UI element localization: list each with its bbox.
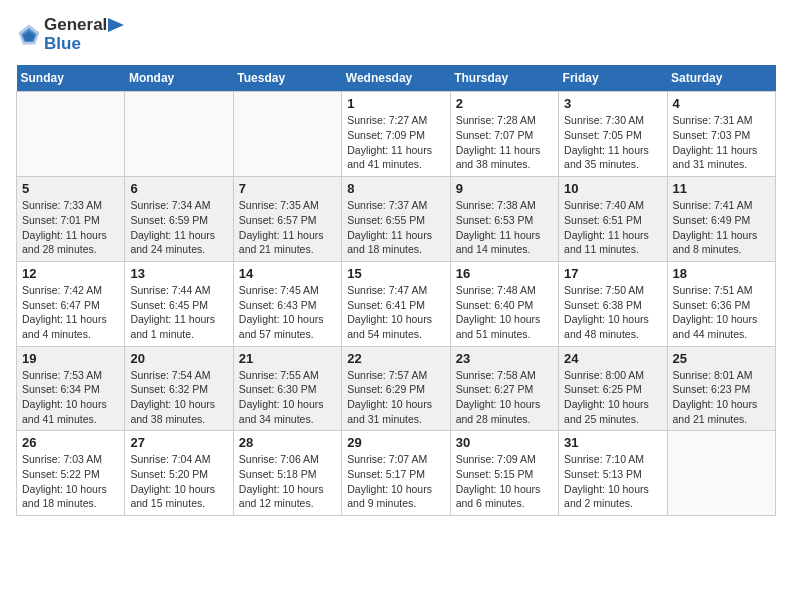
calendar-cell: 12Sunrise: 7:42 AM Sunset: 6:47 PM Dayli… <box>17 261 125 346</box>
day-info: Sunrise: 7:40 AM Sunset: 6:51 PM Dayligh… <box>564 198 661 257</box>
column-header-friday: Friday <box>559 65 667 92</box>
day-info: Sunrise: 7:50 AM Sunset: 6:38 PM Dayligh… <box>564 283 661 342</box>
day-info: Sunrise: 7:09 AM Sunset: 5:15 PM Dayligh… <box>456 452 553 511</box>
calendar-cell: 20Sunrise: 7:54 AM Sunset: 6:32 PM Dayli… <box>125 346 233 431</box>
day-number: 9 <box>456 181 553 196</box>
calendar-header-row: SundayMondayTuesdayWednesdayThursdayFrid… <box>17 65 776 92</box>
day-number: 14 <box>239 266 336 281</box>
calendar-cell: 8Sunrise: 7:37 AM Sunset: 6:55 PM Daylig… <box>342 177 450 262</box>
logo-arrow-icon <box>108 18 124 32</box>
day-info: Sunrise: 7:51 AM Sunset: 6:36 PM Dayligh… <box>673 283 770 342</box>
day-info: Sunrise: 7:06 AM Sunset: 5:18 PM Dayligh… <box>239 452 336 511</box>
day-number: 31 <box>564 435 661 450</box>
day-info: Sunrise: 7:31 AM Sunset: 7:03 PM Dayligh… <box>673 113 770 172</box>
day-info: Sunrise: 7:53 AM Sunset: 6:34 PM Dayligh… <box>22 368 119 427</box>
logo-general: General <box>44 16 107 35</box>
calendar-cell: 24Sunrise: 8:00 AM Sunset: 6:25 PM Dayli… <box>559 346 667 431</box>
day-number: 16 <box>456 266 553 281</box>
calendar-cell: 21Sunrise: 7:55 AM Sunset: 6:30 PM Dayli… <box>233 346 341 431</box>
day-number: 8 <box>347 181 444 196</box>
day-info: Sunrise: 7:38 AM Sunset: 6:53 PM Dayligh… <box>456 198 553 257</box>
day-info: Sunrise: 7:04 AM Sunset: 5:20 PM Dayligh… <box>130 452 227 511</box>
calendar-week-row: 5Sunrise: 7:33 AM Sunset: 7:01 PM Daylig… <box>17 177 776 262</box>
column-header-monday: Monday <box>125 65 233 92</box>
day-number: 15 <box>347 266 444 281</box>
day-info: Sunrise: 7:42 AM Sunset: 6:47 PM Dayligh… <box>22 283 119 342</box>
column-header-thursday: Thursday <box>450 65 558 92</box>
day-info: Sunrise: 7:41 AM Sunset: 6:49 PM Dayligh… <box>673 198 770 257</box>
day-number: 5 <box>22 181 119 196</box>
calendar-cell: 5Sunrise: 7:33 AM Sunset: 7:01 PM Daylig… <box>17 177 125 262</box>
column-header-saturday: Saturday <box>667 65 775 92</box>
calendar-table: SundayMondayTuesdayWednesdayThursdayFrid… <box>16 65 776 516</box>
logo-svg-container: General Blue <box>16 16 124 53</box>
day-info: Sunrise: 8:00 AM Sunset: 6:25 PM Dayligh… <box>564 368 661 427</box>
calendar-cell: 23Sunrise: 7:58 AM Sunset: 6:27 PM Dayli… <box>450 346 558 431</box>
calendar-cell: 3Sunrise: 7:30 AM Sunset: 7:05 PM Daylig… <box>559 92 667 177</box>
calendar-cell: 6Sunrise: 7:34 AM Sunset: 6:59 PM Daylig… <box>125 177 233 262</box>
calendar-cell: 18Sunrise: 7:51 AM Sunset: 6:36 PM Dayli… <box>667 261 775 346</box>
day-number: 7 <box>239 181 336 196</box>
logo-blue: Blue <box>44 35 124 54</box>
day-info: Sunrise: 8:01 AM Sunset: 6:23 PM Dayligh… <box>673 368 770 427</box>
calendar-week-row: 12Sunrise: 7:42 AM Sunset: 6:47 PM Dayli… <box>17 261 776 346</box>
day-number: 28 <box>239 435 336 450</box>
calendar-cell <box>233 92 341 177</box>
day-number: 22 <box>347 351 444 366</box>
day-number: 18 <box>673 266 770 281</box>
column-header-wednesday: Wednesday <box>342 65 450 92</box>
day-info: Sunrise: 7:35 AM Sunset: 6:57 PM Dayligh… <box>239 198 336 257</box>
calendar-cell: 26Sunrise: 7:03 AM Sunset: 5:22 PM Dayli… <box>17 431 125 516</box>
calendar-cell: 11Sunrise: 7:41 AM Sunset: 6:49 PM Dayli… <box>667 177 775 262</box>
calendar-cell: 10Sunrise: 7:40 AM Sunset: 6:51 PM Dayli… <box>559 177 667 262</box>
day-info: Sunrise: 7:45 AM Sunset: 6:43 PM Dayligh… <box>239 283 336 342</box>
day-number: 6 <box>130 181 227 196</box>
calendar-cell: 28Sunrise: 7:06 AM Sunset: 5:18 PM Dayli… <box>233 431 341 516</box>
calendar-week-row: 19Sunrise: 7:53 AM Sunset: 6:34 PM Dayli… <box>17 346 776 431</box>
calendar-cell: 2Sunrise: 7:28 AM Sunset: 7:07 PM Daylig… <box>450 92 558 177</box>
calendar-cell: 4Sunrise: 7:31 AM Sunset: 7:03 PM Daylig… <box>667 92 775 177</box>
calendar-cell: 14Sunrise: 7:45 AM Sunset: 6:43 PM Dayli… <box>233 261 341 346</box>
calendar-cell: 22Sunrise: 7:57 AM Sunset: 6:29 PM Dayli… <box>342 346 450 431</box>
page-header: General Blue <box>16 16 776 53</box>
day-info: Sunrise: 7:28 AM Sunset: 7:07 PM Dayligh… <box>456 113 553 172</box>
calendar-cell: 13Sunrise: 7:44 AM Sunset: 6:45 PM Dayli… <box>125 261 233 346</box>
calendar-cell: 19Sunrise: 7:53 AM Sunset: 6:34 PM Dayli… <box>17 346 125 431</box>
calendar-cell: 27Sunrise: 7:04 AM Sunset: 5:20 PM Dayli… <box>125 431 233 516</box>
day-info: Sunrise: 7:55 AM Sunset: 6:30 PM Dayligh… <box>239 368 336 427</box>
day-info: Sunrise: 7:57 AM Sunset: 6:29 PM Dayligh… <box>347 368 444 427</box>
calendar-cell: 17Sunrise: 7:50 AM Sunset: 6:38 PM Dayli… <box>559 261 667 346</box>
day-number: 13 <box>130 266 227 281</box>
day-info: Sunrise: 7:48 AM Sunset: 6:40 PM Dayligh… <box>456 283 553 342</box>
calendar-cell: 25Sunrise: 8:01 AM Sunset: 6:23 PM Dayli… <box>667 346 775 431</box>
day-number: 4 <box>673 96 770 111</box>
calendar-cell: 29Sunrise: 7:07 AM Sunset: 5:17 PM Dayli… <box>342 431 450 516</box>
day-number: 3 <box>564 96 661 111</box>
day-number: 2 <box>456 96 553 111</box>
column-header-tuesday: Tuesday <box>233 65 341 92</box>
day-info: Sunrise: 7:44 AM Sunset: 6:45 PM Dayligh… <box>130 283 227 342</box>
day-number: 19 <box>22 351 119 366</box>
day-number: 11 <box>673 181 770 196</box>
day-number: 25 <box>673 351 770 366</box>
calendar-week-row: 26Sunrise: 7:03 AM Sunset: 5:22 PM Dayli… <box>17 431 776 516</box>
calendar-cell: 30Sunrise: 7:09 AM Sunset: 5:15 PM Dayli… <box>450 431 558 516</box>
calendar-cell: 16Sunrise: 7:48 AM Sunset: 6:40 PM Dayli… <box>450 261 558 346</box>
calendar-cell: 1Sunrise: 7:27 AM Sunset: 7:09 PM Daylig… <box>342 92 450 177</box>
day-info: Sunrise: 7:03 AM Sunset: 5:22 PM Dayligh… <box>22 452 119 511</box>
day-info: Sunrise: 7:34 AM Sunset: 6:59 PM Dayligh… <box>130 198 227 257</box>
day-info: Sunrise: 7:30 AM Sunset: 7:05 PM Dayligh… <box>564 113 661 172</box>
calendar-week-row: 1Sunrise: 7:27 AM Sunset: 7:09 PM Daylig… <box>17 92 776 177</box>
calendar-cell: 31Sunrise: 7:10 AM Sunset: 5:13 PM Dayli… <box>559 431 667 516</box>
day-info: Sunrise: 7:54 AM Sunset: 6:32 PM Dayligh… <box>130 368 227 427</box>
calendar-cell: 15Sunrise: 7:47 AM Sunset: 6:41 PM Dayli… <box>342 261 450 346</box>
svg-marker-0 <box>108 18 124 32</box>
calendar-cell: 9Sunrise: 7:38 AM Sunset: 6:53 PM Daylig… <box>450 177 558 262</box>
day-info: Sunrise: 7:47 AM Sunset: 6:41 PM Dayligh… <box>347 283 444 342</box>
day-info: Sunrise: 7:58 AM Sunset: 6:27 PM Dayligh… <box>456 368 553 427</box>
calendar-cell <box>667 431 775 516</box>
day-info: Sunrise: 7:37 AM Sunset: 6:55 PM Dayligh… <box>347 198 444 257</box>
day-info: Sunrise: 7:27 AM Sunset: 7:09 PM Dayligh… <box>347 113 444 172</box>
day-number: 10 <box>564 181 661 196</box>
day-number: 17 <box>564 266 661 281</box>
